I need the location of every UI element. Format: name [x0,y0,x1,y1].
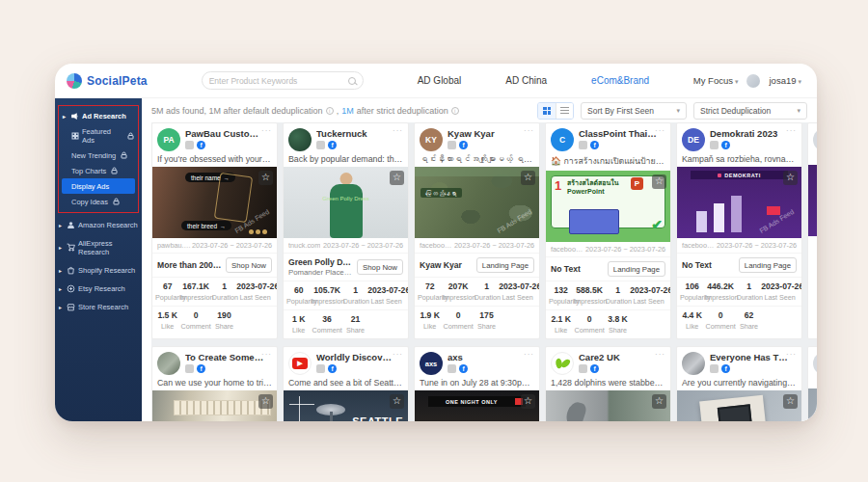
more-menu-icon[interactable]: ··· [655,126,665,135]
domain-link[interactable]: facebook.com/10... [682,241,717,250]
ad-image[interactable]: မြေတည်နေရာ FB Ads Feed ☆ [415,167,539,238]
sidebar-item-copy-ideas[interactable]: Copy Ideas [59,194,138,209]
advertiser-name[interactable]: Kyaw Kyar [448,128,534,139]
advertiser-name[interactable]: PawBau Custom Jewelry [185,128,272,139]
ad-image[interactable]: DEMOKRATI FB Ads Feed ☆ [677,167,801,238]
avatar[interactable] [288,128,312,151]
avatar[interactable]: C [551,128,574,151]
more-menu-icon[interactable]: ··· [524,126,534,135]
sort-dropdown[interactable]: Sort By First Seen ▾ [581,102,687,120]
more-menu-icon[interactable]: ··· [655,350,665,359]
favorite-star-icon[interactable]: ☆ [652,174,666,189]
info-icon[interactable]: i [451,107,459,115]
favorite-star-icon[interactable]: ☆ [652,394,666,409]
cta-subtext: Pomander Place | Green Polly Dr... [288,268,353,277]
info-icon[interactable]: i [326,107,334,115]
avatar[interactable]: KY [420,128,443,151]
ad-image[interactable]: ☆ [677,390,801,421]
ad-image[interactable]: Green Polly Dress ☆ [284,167,408,238]
chevron-down-icon: ▾ [798,78,801,85]
dedup-dropdown[interactable]: Strict Deduplication ▾ [693,102,807,120]
more-menu-icon[interactable]: ··· [393,126,403,135]
advertiser-name[interactable]: ClassPoint Thailand [579,128,665,139]
favorite-star-icon[interactable]: ☆ [783,394,798,409]
ad-format-icon [185,364,194,373]
landing-page-button[interactable]: Landing Page [476,257,534,273]
nav-ad-global[interactable]: AD Global [418,75,462,86]
domain-link[interactable]: pawbau.com [157,241,192,250]
avatar[interactable] [157,352,180,375]
advertiser-name[interactable]: Demokrati 2023 [710,128,797,139]
ad-image[interactable]: 1 สร้างสไลด์สอนใน PowerPoint P ✔ ☆ [546,171,670,242]
search-box[interactable] [202,71,364,90]
grid-view-button[interactable] [538,103,556,119]
caret-icon: ▸ [59,222,64,228]
sidebar-item-aliexpress-research[interactable]: ▸ AliExpress Research [55,235,142,259]
sidebar-item-amazon-research[interactable]: ▸ Amazon Research [55,217,142,232]
cart-icon [67,243,75,252]
sidebar-item-ad-research[interactable]: ▸ Ad Research [59,108,138,123]
favorite-star-icon[interactable]: ☆ [258,394,273,409]
stat-impression: 207KImpression [442,281,474,302]
favorite-star-icon[interactable]: ☆ [521,394,535,409]
stat-like: 4.4 KLike [680,310,704,331]
date-range: 2023-07-26 ~ 2023-07-26 [717,241,797,250]
favorite-star-icon[interactable]: ☆ [258,171,273,185]
avatar[interactable]: PA [157,128,180,151]
sidebar-item-display-ads[interactable]: Display Ads [62,178,135,194]
advertiser-name[interactable]: Worldly Discovery [316,352,403,362]
sidebar-item-etsy-research[interactable]: ▸ Etsy Research [55,281,142,296]
domain-link[interactable]: tnuck.com [288,241,320,250]
advertiser-name[interactable]: To Create Something Exceptio... [185,352,272,362]
ad-image[interactable]: ☆ [546,390,670,421]
avatar[interactable]: DE [682,128,705,151]
avatar[interactable] [746,74,760,88]
user-menu[interactable]: josa19▾ [769,75,801,86]
advertiser-name[interactable]: Everyone Has The Freedom To... [710,352,797,362]
logo[interactable]: SocialPeta [67,73,148,89]
sidebar-item-featured-ads[interactable]: Featured Ads [59,123,138,147]
nav-ecom-brand[interactable]: eCom&Brand [591,75,649,86]
ad-image[interactable]: ONE NIGHT ONLY ☆ [415,390,539,421]
more-menu-icon[interactable]: ··· [393,350,403,359]
my-focus-menu[interactable]: My Focus▾ [693,75,739,86]
more-menu-icon[interactable]: ··· [524,350,534,359]
ad-image[interactable]: their name their breed FB Ads Feed ☆ [152,167,277,238]
avatar[interactable] [682,352,705,375]
favorite-star-icon[interactable]: ☆ [390,394,404,409]
domain-link[interactable]: facebook.com/10... [420,241,454,250]
landing-page-button[interactable]: Landing Page [608,261,665,277]
favorite-star-icon[interactable]: ☆ [521,171,535,185]
domain-link[interactable]: facebook.com/11... [551,245,585,254]
ad-format-icon [185,141,194,149]
stat-popularity: 132Popularity [549,285,573,306]
ad-image[interactable]: SEATTLE WASHINGTON ☆ [284,390,408,421]
ad-format-icon [316,141,325,149]
favorite-star-icon[interactable]: ☆ [783,171,798,185]
favorite-star-icon[interactable]: ☆ [390,171,404,185]
sidebar-item-new-trending[interactable]: New Trending [59,147,138,163]
sidebar-item-shopify-research[interactable]: ▸ Shopify Research [55,262,142,278]
stat-popularity: 72Popularity [418,281,442,302]
shop-now-button[interactable]: Shop Now [226,257,272,273]
landing-page-button[interactable]: Landing Page [739,257,797,273]
more-menu-icon[interactable]: ··· [261,126,272,135]
avatar[interactable]: ▶ [288,352,312,375]
advertiser-name[interactable]: Care2 UK [579,352,665,362]
dedup-count-link[interactable]: 1M [341,106,354,116]
sidebar-item-store-research[interactable]: ▸ Store Research [55,299,142,314]
avatar[interactable]: axs [420,352,443,375]
advertiser-name[interactable]: Tuckernuck [316,128,403,139]
avatar[interactable] [551,352,574,375]
search-input[interactable] [209,76,343,86]
advertiser-name[interactable]: axs [448,352,534,362]
date-range: 2023-07-26 ~ 2023-07-26 [323,241,403,250]
shop-now-button[interactable]: Shop Now [357,259,403,275]
more-menu-icon[interactable]: ··· [261,350,272,359]
more-menu-icon[interactable]: ··· [786,350,797,359]
sidebar-item-top-charts[interactable]: Top Charts [59,163,138,178]
nav-ad-china[interactable]: AD China [505,75,547,86]
ad-image[interactable]: ☆ [152,390,277,421]
list-view-button[interactable] [556,103,573,119]
more-menu-icon[interactable]: ··· [786,126,797,135]
